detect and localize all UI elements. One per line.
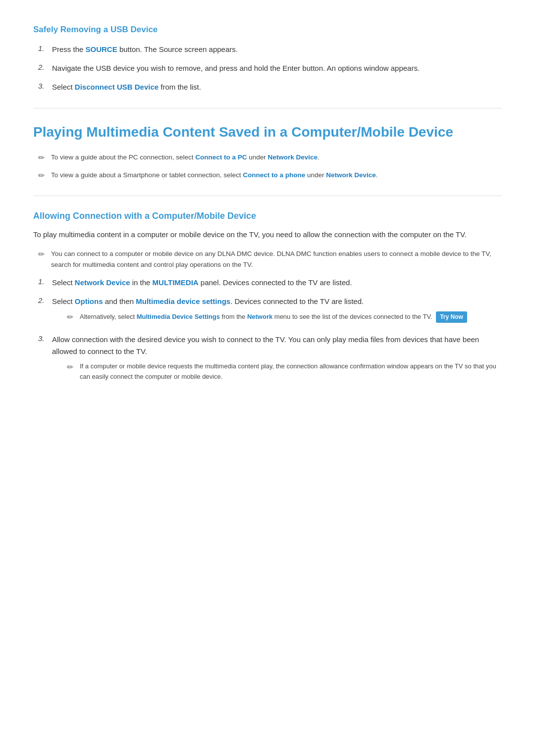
allowing-step-3: 3. Allow connection with the desired dev… — [33, 334, 502, 386]
allowing-step-number-1: 1. — [38, 277, 52, 286]
allowing-section: Allowing Connection with a Computer/Mobi… — [33, 211, 502, 386]
step2-sub-note-1: ✏ Alternatively, select Multimedia Devic… — [52, 311, 502, 323]
network-device-step1-highlight: Network Device — [75, 278, 130, 287]
network-device-highlight-2: Network Device — [326, 171, 376, 179]
usb-section: Safely Removing a USB Device 1. Press th… — [33, 25, 502, 93]
multimedia-device-settings-alt-highlight: Multimedia Device Settings — [137, 313, 220, 320]
step-number-2: 2. — [38, 62, 52, 71]
playing-section-title: Playing Multimedia Content Saved in a Co… — [33, 123, 502, 141]
usb-step-2-content: Navigate the USB device you wish to remo… — [52, 62, 502, 74]
usb-steps-list: 1. Press the SOURCE button. The Source s… — [33, 44, 502, 93]
usb-step-1-content: Press the SOURCE button. The Source scre… — [52, 44, 502, 55]
step-number-1: 1. — [38, 44, 52, 52]
allowing-intro: To play multimedia content in a computer… — [33, 228, 502, 241]
multimedia-device-settings-highlight: Multimedia device settings — [136, 297, 230, 305]
allowing-step-1: 1. Select Network Device in the MULTIMED… — [33, 277, 502, 289]
usb-section-title: Safely Removing a USB Device — [33, 25, 502, 35]
try-now-badge[interactable]: Try Now — [436, 311, 467, 323]
usb-step-3: 3. Select Disconnect USB Device from the… — [33, 81, 502, 93]
disconnect-usb-highlight: Disconnect USB Device — [75, 83, 159, 91]
allowing-steps-list: 1. Select Network Device in the MULTIMED… — [33, 277, 502, 386]
pencil-icon-3: ✏ — [38, 250, 51, 259]
allowing-step-number-2: 2. — [38, 296, 52, 304]
usb-step-3-content: Select Disconnect USB Device from the li… — [52, 81, 502, 93]
multimedia-highlight: MULTIMEDIA — [153, 278, 199, 287]
connect-to-pc-highlight: Connect to a PC — [195, 153, 247, 161]
options-highlight: Options — [75, 297, 103, 305]
pencil-icon-1: ✏ — [38, 153, 51, 162]
divider-2 — [33, 196, 502, 196]
playing-note-1: ✏ To view a guide about the PC connectio… — [33, 152, 502, 163]
step3-sub-notes: ✏ If a computer or mobile device request… — [52, 361, 502, 382]
playing-note-2-content: To view a guide about a Smartphone or ta… — [51, 170, 502, 181]
source-highlight: SOURCE — [86, 45, 117, 53]
allowing-step-2: 2. Select Options and then Multimedia de… — [33, 296, 502, 327]
network-device-highlight-1: Network Device — [268, 153, 318, 161]
usb-step-1: 1. Press the SOURCE button. The Source s… — [33, 44, 502, 55]
allowing-note-1-content: You can connect to a computer or mobile … — [51, 249, 502, 270]
allowing-section-title: Allowing Connection with a Computer/Mobi… — [33, 211, 502, 221]
playing-notes-list: ✏ To view a guide about the PC connectio… — [33, 152, 502, 180]
allowing-step-1-content: Select Network Device in the MULTIMEDIA … — [52, 277, 502, 289]
network-highlight: Network — [247, 313, 272, 320]
step3-sub-note-content: If a computer or mobile device requests … — [80, 361, 502, 382]
step2-sub-note-content: Alternatively, select Multimedia Device … — [80, 311, 502, 323]
pencil-icon-4: ✏ — [67, 312, 80, 322]
divider-1 — [33, 108, 502, 108]
usb-step-2: 2. Navigate the USB device you wish to r… — [33, 62, 502, 74]
allowing-step-number-3: 3. — [38, 334, 52, 343]
playing-note-2: ✏ To view a guide about a Smartphone or … — [33, 170, 502, 181]
pencil-icon-2: ✏ — [38, 171, 51, 180]
playing-note-1-content: To view a guide about the PC connection,… — [51, 152, 502, 163]
connect-to-phone-highlight: Connect to a phone — [243, 171, 305, 179]
allowing-step-2-content: Select Options and then Multimedia devic… — [52, 297, 364, 305]
step-number-3: 3. — [38, 81, 52, 90]
allowing-note-list: ✏ You can connect to a computer or mobil… — [33, 249, 502, 270]
playing-section: Playing Multimedia Content Saved in a Co… — [33, 123, 502, 181]
step2-sub-notes: ✏ Alternatively, select Multimedia Devic… — [52, 311, 502, 323]
pencil-icon-5: ✏ — [67, 362, 80, 372]
allowing-step-3-content: Allow connection with the desired device… — [52, 335, 479, 355]
allowing-note-1: ✏ You can connect to a computer or mobil… — [33, 249, 502, 270]
step3-sub-note-1: ✏ If a computer or mobile device request… — [52, 361, 502, 382]
